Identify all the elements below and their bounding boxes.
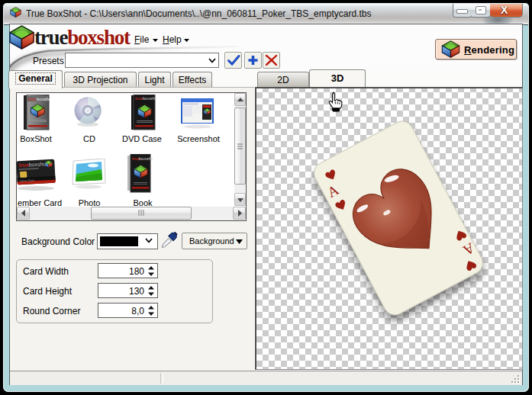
svg-text:true: true: [18, 162, 29, 168]
svg-text:boxshot: boxshot: [143, 96, 156, 101]
svg-text:boxshot: boxshot: [28, 161, 47, 167]
svg-text:boxshot: boxshot: [37, 97, 50, 101]
svg-text:boxshot: boxshot: [139, 156, 153, 161]
svg-text:true: true: [28, 97, 37, 101]
svg-text:John Doe: John Doe: [20, 178, 35, 183]
